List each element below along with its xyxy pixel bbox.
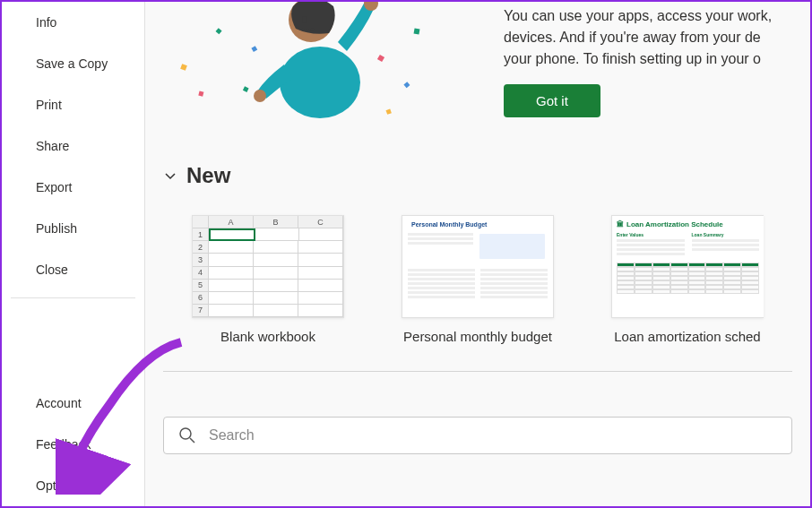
svg-point-9 xyxy=(280,47,360,118)
sidebar-item-save-copy[interactable]: Save a Copy xyxy=(2,43,144,84)
hero-text-block: You can use your apps, access your work,… xyxy=(504,2,792,117)
sidebar-item-publish[interactable]: Publish xyxy=(2,208,144,249)
svg-rect-5 xyxy=(403,82,410,88)
sidebar-item-share[interactable]: Share xyxy=(2,125,144,167)
sidebar-item-feedback[interactable]: Feedback xyxy=(2,424,144,465)
sidebar: Info Save a Copy Print Share Export Publ… xyxy=(2,2,145,506)
svg-point-13 xyxy=(254,90,266,102)
search-input[interactable] xyxy=(209,427,777,443)
template-thumb-budget: Personal Monthly Budget xyxy=(402,215,554,318)
chevron-down-icon[interactable] xyxy=(163,168,177,183)
search-icon xyxy=(178,426,196,444)
sidebar-item-print[interactable]: Print xyxy=(2,84,144,125)
svg-line-15 xyxy=(190,438,194,443)
template-blank-workbook[interactable]: A B C 1 2 3 4 5 6 7 Blank workbook xyxy=(190,215,346,344)
hero-banner: You can use your apps, access your work,… xyxy=(163,2,792,145)
template-label: Loan amortization sched xyxy=(609,329,765,344)
got-it-button[interactable]: Got it xyxy=(504,84,600,117)
search-box[interactable] xyxy=(163,417,792,454)
svg-rect-6 xyxy=(414,29,420,35)
svg-rect-7 xyxy=(385,108,391,114)
template-label: Blank workbook xyxy=(190,329,346,344)
template-loan-amortization[interactable]: 🏛Loan Amortization Schedule Enter Values… xyxy=(609,215,765,344)
svg-rect-8 xyxy=(243,86,249,92)
svg-rect-3 xyxy=(251,46,257,52)
svg-rect-4 xyxy=(377,55,384,62)
template-personal-budget[interactable]: Personal Monthly Budget Personal monthly… xyxy=(400,215,556,344)
sidebar-item-info[interactable]: Info xyxy=(2,2,144,43)
sidebar-item-export[interactable]: Export xyxy=(2,167,144,208)
main-content: You can use your apps, access your work,… xyxy=(145,2,810,506)
svg-rect-0 xyxy=(180,64,187,71)
section-title-new: New xyxy=(186,163,230,188)
sidebar-item-account[interactable]: Account xyxy=(2,383,144,424)
bank-icon: 🏛 xyxy=(617,220,624,228)
new-section-header: New xyxy=(163,163,792,188)
sidebar-divider xyxy=(11,297,135,298)
template-label: Personal monthly budget xyxy=(400,329,556,344)
divider xyxy=(163,371,792,372)
template-thumb-blank: A B C 1 2 3 4 5 6 7 xyxy=(192,215,344,318)
svg-point-14 xyxy=(180,428,191,439)
svg-rect-2 xyxy=(198,91,203,97)
hero-illustration xyxy=(163,2,504,136)
svg-rect-1 xyxy=(216,28,222,34)
svg-point-11 xyxy=(302,16,307,23)
sidebar-item-close[interactable]: Close xyxy=(2,249,144,290)
template-thumb-loan: 🏛Loan Amortization Schedule Enter Values… xyxy=(611,215,764,318)
sidebar-item-options[interactable]: Options xyxy=(2,465,144,506)
hero-message: You can use your apps, access your work,… xyxy=(504,5,792,70)
template-gallery: A B C 1 2 3 4 5 6 7 Blank workbook xyxy=(163,215,792,344)
